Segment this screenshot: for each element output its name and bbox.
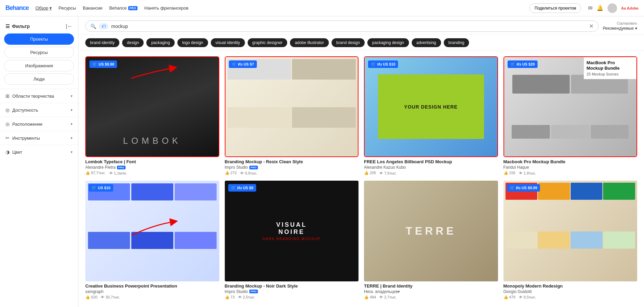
- sidebar-section-availability[interactable]: ◎ Доступность ▾: [0, 103, 78, 117]
- bell-icon[interactable]: 🔔: [597, 5, 603, 11]
- cart-icon-5: 🛒: [91, 185, 97, 190]
- sort-section: Сортировать Рекомендуемые ▾: [603, 22, 637, 31]
- project-card-4[interactable]: 🛒 Из US $29 MacBook ProMockup Bundle 25 …: [503, 56, 638, 175]
- tag-brand-identity[interactable]: brand identity: [85, 38, 119, 47]
- project-card-1[interactable]: LOMBOK 🛒 US $9.90 Lombok Typeface | Font…: [85, 56, 219, 175]
- sidebar-tabs: Проекты Ресурсы Изображения Люди: [0, 33, 78, 89]
- tag-design[interactable]: design: [122, 38, 144, 47]
- location-icon: ◎: [5, 121, 10, 127]
- filter-icon: ☰: [5, 24, 10, 29]
- nav-hire[interactable]: Нанять фрилансеров: [144, 5, 188, 11]
- tags-row: brand identity design packaging logo des…: [78, 35, 644, 51]
- projects-grid-outer: LOMBOK 🛒 US $9.90 Lombok Typeface | Font…: [78, 51, 644, 305]
- views-8: 👁 9,5тыс.: [519, 295, 536, 299]
- views-3: 👁 7,6тыс.: [379, 171, 397, 175]
- likes-4: 👍 156: [503, 171, 515, 175]
- pro-badge-6: PRO: [249, 290, 258, 293]
- tag-adobe-illustrator[interactable]: adobe illustrator: [290, 38, 328, 47]
- search-badge: 🏷: [99, 23, 108, 29]
- share-button[interactable]: Поделиться проектом: [529, 3, 581, 13]
- project-title-8: Monopoly Modern Redesign: [503, 283, 638, 289]
- project-meta-8: Monopoly Modern Redesign Giorgio Guidott…: [503, 283, 638, 299]
- views-1: 👁 1,1млн.: [109, 171, 127, 175]
- project-author-3[interactable]: Alexandre Kazuo Kubo: [364, 165, 498, 170]
- project-meta-4: Macbook Pro Mockup Bundle Faridul Haque …: [503, 159, 638, 175]
- search-input[interactable]: mockup: [111, 24, 586, 29]
- tab-resources[interactable]: Ресурсы: [4, 47, 74, 58]
- search-bar-wrap: 🔍 🏷 mockup ✕ Сортировать Рекомендуемые ▾: [78, 16, 644, 35]
- avatar[interactable]: [608, 3, 617, 13]
- project-author-1[interactable]: Alexandre Pietra PRO: [85, 165, 219, 170]
- project-card-2[interactable]: 🛒 Из US $7 Branding Mockup - Resix Clean…: [225, 56, 359, 175]
- nav-overview[interactable]: Обзор ▾: [35, 5, 52, 11]
- project-title-4: Macbook Pro Mockup Bundle: [503, 159, 638, 164]
- color-icon: ◑: [5, 149, 10, 155]
- tag-advertising[interactable]: advertising: [412, 38, 441, 47]
- tools-icon: ✂: [5, 135, 10, 141]
- nav-behance-pro[interactable]: Behance PRO: [109, 5, 137, 11]
- search-badge-icon: 🏷: [102, 24, 106, 29]
- sidebar-collapse-button[interactable]: |←: [66, 23, 73, 29]
- project-card-5[interactable]: 🛒 US $10 Creative Business Powerpoint Pr…: [85, 181, 219, 299]
- likes-3: 👍 205: [364, 171, 376, 175]
- project-author-8[interactable]: Giorgio Guidotti: [503, 289, 638, 294]
- price-badge-3: 🛒 Из US $10: [368, 60, 398, 68]
- pro-badge: PRO: [128, 6, 138, 10]
- chevron-creativity: ▾: [71, 94, 73, 98]
- adobe-logo: Aa Adobe: [621, 6, 639, 10]
- pro-badge-1: PRO: [117, 166, 126, 169]
- project-stats-4: 👍 156 👁 1,8тыс.: [503, 171, 638, 175]
- sidebar-section-location[interactable]: ◎ Расположение ▾: [0, 117, 78, 131]
- project-card-7[interactable]: TERRE TERRE | Brand Identity Неск. владе…: [364, 181, 498, 299]
- top-nav: Behance Обзор ▾ Ресурсы Вакансии Behance…: [0, 0, 644, 16]
- availability-icon: ◎: [5, 107, 10, 113]
- tag-visual-identity[interactable]: visual identity: [211, 38, 245, 47]
- project-title-2: Branding Mockup - Resix Clean Style: [225, 159, 359, 164]
- cart-icon-4: 🛒: [510, 62, 515, 67]
- likes-5: 👍 620: [85, 295, 97, 299]
- tab-images[interactable]: Изображения: [4, 60, 74, 71]
- price-badge-4: 🛒 Из US $29: [508, 60, 538, 68]
- mail-icon[interactable]: ✉: [588, 5, 592, 11]
- project-author-5[interactable]: samgraph: [85, 289, 219, 294]
- search-bar[interactable]: 🔍 🏷 mockup ✕: [85, 20, 599, 32]
- nav-jobs[interactable]: Вакансии: [83, 5, 102, 11]
- project-meta-1: Lombok Typeface | Font Alexandre Pietra …: [85, 159, 219, 175]
- logo[interactable]: Behance: [5, 4, 29, 12]
- project-stats-8: 👍 479 👁 9,5тыс.: [503, 295, 638, 299]
- project-card-3[interactable]: YOUR DESIGN HERE 🛒 Из US $10 FREE Los An…: [364, 56, 498, 175]
- project-title-3: FREE Los Angeles Billboard PSD Mockup: [364, 159, 498, 164]
- project-meta-6: Branding Mockup - Noir Dark Style Impro …: [225, 283, 359, 299]
- sort-select[interactable]: Рекомендуемые ▾: [603, 26, 637, 31]
- chevron-color: ▾: [71, 150, 73, 154]
- search-clear-button[interactable]: ✕: [589, 23, 594, 29]
- project-author-7[interactable]: Неск. владельцев▾: [364, 289, 498, 294]
- tag-branding[interactable]: branding: [444, 38, 469, 47]
- sidebar-section-color[interactable]: ◑ Цвет ▾: [0, 145, 78, 159]
- tag-graphic-designer[interactable]: graphic designer: [248, 38, 288, 47]
- likes-2: 👍 272: [225, 171, 237, 175]
- project-author-4[interactable]: Faridul Haque: [503, 165, 638, 170]
- project-meta-7: TERRE | Brand Identity Неск. владельцев▾…: [364, 283, 498, 299]
- tag-brand-design[interactable]: brand design: [332, 38, 365, 47]
- sidebar-section-tools[interactable]: ✂ Инструменты ▾: [0, 131, 78, 145]
- project-author-2[interactable]: Impro Studio PRO: [225, 165, 359, 170]
- project-author-6[interactable]: Impro Studio PRO: [225, 289, 359, 294]
- likes-8: 👍 479: [503, 295, 515, 299]
- views-4: 👁 1,8тыс.: [519, 171, 536, 175]
- tag-logo-design[interactable]: logo design: [177, 38, 208, 47]
- tag-packaging-design[interactable]: packaging design: [367, 38, 409, 47]
- tag-packaging[interactable]: packaging: [146, 38, 175, 47]
- tab-projects[interactable]: Проекты: [4, 33, 74, 45]
- likes-1: 👍 87,7тыс.: [85, 171, 106, 175]
- sidebar-section-creativity[interactable]: ⊞ Области творчества ▾: [0, 89, 78, 103]
- price-badge-1: 🛒 US $9.90: [89, 60, 117, 68]
- sidebar-header: ☰ Фильтр |←: [0, 20, 78, 33]
- project-card-6[interactable]: VISUAL NOIRE DARK BRANDING MOCKUP 🛒 Из U…: [225, 181, 359, 299]
- tab-people[interactable]: Люди: [4, 73, 74, 85]
- project-meta-2: Branding Mockup - Resix Clean Style Impr…: [225, 159, 359, 175]
- price-badge-5: 🛒 US $10: [89, 184, 113, 192]
- nav-resources[interactable]: Ресурсы: [59, 5, 76, 11]
- project-card-8[interactable]: 🛒 Из US $9.99 Monopoly Modern Redesign G…: [503, 181, 638, 299]
- views-6: 👁 2,5тыс.: [238, 295, 255, 299]
